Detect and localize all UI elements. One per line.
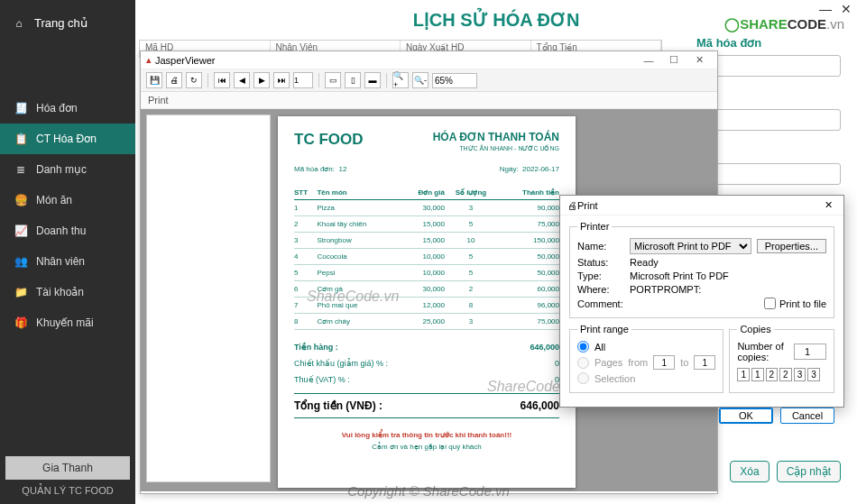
nav-category[interactable]: ≣Danh mục — [0, 154, 135, 185]
properties-button[interactable]: Properties... — [757, 239, 826, 253]
invoice-id-input[interactable] — [696, 55, 841, 77]
nav-revenue[interactable]: 📈Doanh thu — [0, 215, 135, 246]
invoice-title: HÓA ĐƠN THANH TOÁN — [433, 131, 559, 143]
viewer-maximize[interactable]: ☐ — [661, 54, 687, 66]
range-pages — [577, 357, 589, 369]
food-icon: 🍔 — [14, 194, 27, 206]
folder-icon: 📁 — [14, 286, 27, 298]
people-icon: 👥 — [14, 255, 27, 268]
nav-home[interactable]: ⌂ Trang chủ — [0, 0, 135, 39]
table-row: 2Khoai tây chiên15,000575,000 — [294, 216, 559, 233]
form-field-3[interactable] — [696, 163, 841, 185]
last-page-icon[interactable]: ⏭ — [273, 72, 290, 88]
printer-select[interactable]: Microsoft Print to PDF — [630, 238, 751, 254]
invoice-id-label: Mã hóa đơn — [696, 36, 841, 50]
from-input[interactable] — [653, 355, 675, 370]
print-icon: 🖨 — [567, 200, 577, 211]
cancel-button[interactable]: Cancel — [780, 408, 834, 424]
table-row: 1Pizza30,000390,000 — [294, 200, 559, 216]
table-row: 8Cơm cháy25,000375,000 — [294, 314, 559, 330]
invoice-brand: TC FOOD — [294, 131, 364, 152]
collate-preview: 112233 — [737, 368, 826, 381]
home-icon: ⌂ — [13, 17, 25, 30]
nav-food[interactable]: 🍔Món ăn — [0, 185, 135, 215]
range-selection — [577, 372, 589, 384]
next-page-icon[interactable]: ▶ — [253, 72, 270, 88]
nav-invoice-detail[interactable]: 📋CT Hóa Đơn — [0, 124, 135, 154]
update-button[interactable]: Cập nhật — [777, 461, 841, 482]
list-icon: ≣ — [14, 163, 27, 176]
first-page-icon[interactable]: ⏮ — [214, 72, 230, 88]
copies-input[interactable] — [794, 344, 826, 360]
viewer-close[interactable]: ✕ — [687, 54, 712, 66]
zoom-out-icon[interactable]: 🔍- — [412, 72, 428, 88]
copies-fieldset: Copies Number of copies: 112233 — [729, 324, 834, 393]
invoice-icon: 🧾 — [14, 102, 27, 115]
invoice-subtitle: THỨC ĂN NHANH - NƯỚC UỐNG — [433, 145, 559, 152]
nav-promo[interactable]: 🎁Khuyến mãi — [0, 307, 135, 338]
gift-icon: 🎁 — [14, 316, 27, 329]
app-brand: QUẢN LÝ TC FOOD — [0, 480, 135, 504]
zoom-input[interactable] — [432, 73, 477, 88]
printer-fieldset: Printer Name: Microsoft Print to PDF Pro… — [569, 221, 834, 318]
ok-button[interactable]: OK — [719, 408, 773, 424]
table-row: 4Cococola10,000550,000 — [294, 249, 559, 265]
delete-button[interactable]: Xóa — [730, 461, 769, 482]
print-icon[interactable]: 🖨 — [166, 72, 182, 88]
print-close[interactable]: ✕ — [821, 199, 836, 211]
viewer-minimize[interactable]: — — [636, 55, 661, 66]
save-icon[interactable]: 💾 — [146, 72, 162, 88]
viewer-toolbar: 💾 🖨 ↻ ⏮ ◀ ▶ ⏭ ▭ ▯ ▬ 🔍+ 🔍- — [141, 69, 717, 92]
print-title: Print — [577, 200, 821, 211]
actual-size-icon[interactable]: ▭ — [325, 72, 341, 88]
table-row: 6Cơm gà30,000260,000 — [294, 281, 559, 298]
prev-page-icon[interactable]: ◀ — [234, 72, 250, 88]
nav-staff[interactable]: 👥Nhân viên — [0, 246, 135, 277]
print-dialog: 🖨 Print ✕ Printer Name: Microsoft Print … — [559, 195, 844, 408]
table-row: 7Phô mai que12,000896,000 — [294, 298, 559, 314]
page-title: LỊCH SỬ HÓA ĐƠN — [135, 9, 857, 31]
form-field-2[interactable] — [696, 109, 841, 131]
invoice-page: TC FOOD HÓA ĐƠN THANH TOÁN THỨC ĂN NHANH… — [278, 116, 576, 488]
fit-width-icon[interactable]: ▬ — [364, 72, 381, 88]
page-number-input[interactable] — [293, 72, 313, 88]
table-row: 3Strongbow15,00010150,000 — [294, 233, 559, 249]
to-input[interactable] — [694, 355, 715, 370]
copyright-watermark: Copyright © ShareCode.vn — [347, 483, 509, 499]
table-row: 5Pepsi10,000550,000 — [294, 265, 559, 281]
invoice-table: STT Tên món Đơn giá Số lượng Thành tiền … — [294, 186, 559, 330]
current-user[interactable]: Gia Thanh — [5, 456, 130, 480]
range-all[interactable] — [577, 341, 589, 353]
nav-account[interactable]: 📁Tài khoản — [0, 277, 135, 307]
invoice-note: Vui lòng kiểm tra thông tin trước khi th… — [294, 431, 559, 439]
jasper-icon: ▴ — [146, 54, 152, 66]
chart-icon: 📈 — [14, 225, 27, 237]
zoom-in-icon[interactable]: 🔍+ — [392, 72, 409, 88]
refresh-icon[interactable]: ↻ — [186, 72, 202, 88]
range-fieldset: Print range All Pages from to Selection — [569, 324, 723, 393]
sidebar: ⌂ Trang chủ 🧾Hóa đơn 📋CT Hóa Đơn ≣Danh m… — [0, 0, 135, 504]
viewer-sublabel: Print — [141, 92, 717, 109]
detail-icon: 📋 — [14, 133, 27, 145]
invoice-thanks: Cảm ơn và hẹn gặp lại quý khách — [294, 443, 559, 451]
print-to-file-check[interactable] — [764, 298, 776, 309]
nav-invoice[interactable]: 🧾Hóa đơn — [0, 93, 135, 124]
viewer-title: JasperViewer — [155, 55, 636, 66]
nav-home-label: Trang chủ — [34, 16, 88, 30]
fit-page-icon[interactable]: ▯ — [345, 72, 361, 88]
